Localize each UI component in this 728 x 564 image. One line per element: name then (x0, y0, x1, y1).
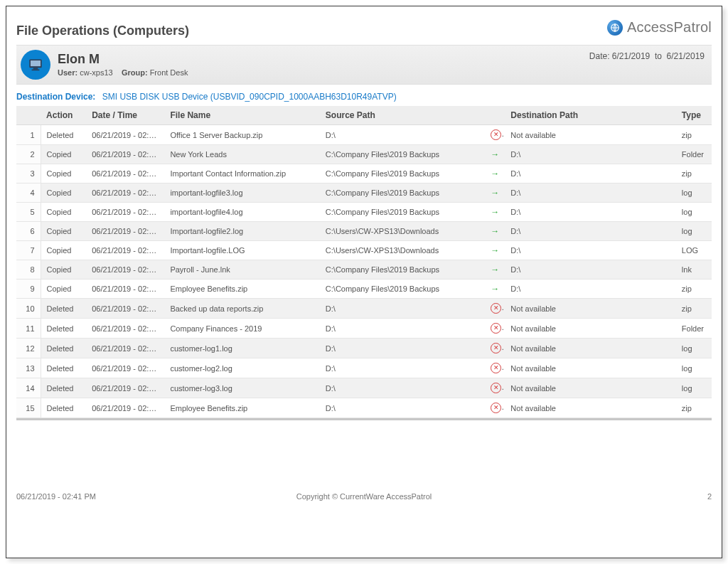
cell-filename: customer-log2.log (164, 358, 319, 378)
table-row: 14Deleted06/21/2019 - 02:29 PMcustomer-l… (16, 378, 712, 398)
cell-filename: Employee Benefits.zip (164, 280, 319, 299)
circle-x-icon: ✕ (491, 363, 501, 373)
cell-destination: D:\ (505, 145, 675, 164)
table-row: 9Copied06/21/2019 - 02:30 PMEmployee Ben… (16, 280, 712, 299)
table-row: 7Copied06/21/2019 - 02:33 PMImportant-lo… (16, 241, 712, 260)
cell-action: Deleted (41, 339, 86, 358)
arrow-right-icon: → (491, 265, 499, 275)
table-row: 11Deleted06/21/2019 - 02:29 PMCompany Fi… (16, 319, 712, 339)
cell-source: D:\ (320, 339, 485, 358)
col-rownum (16, 106, 41, 125)
date-to-word: to (655, 51, 662, 61)
cell-status-icon: → (485, 145, 505, 164)
cell-type: zip (676, 125, 712, 145)
cell-datetime: 06/21/2019 - 02:29 PM (86, 398, 164, 418)
arrow-right-icon: → (491, 169, 499, 179)
col-status-icon (485, 106, 505, 125)
cell-status-icon: → (485, 280, 505, 299)
arrow-right-icon: → (491, 226, 499, 236)
brand: AccessPatrol (607, 19, 712, 36)
cell-source: C:\Company Files\2019 Backups (320, 183, 485, 203)
cell-filename: Important-logfile2.log (164, 222, 319, 241)
cell-filename: Payroll - June.lnk (164, 260, 319, 280)
group-label: Group: (122, 68, 148, 77)
cell-source: C:\Users\CW-XPS13\Downloads (320, 222, 485, 241)
row-number: 11 (16, 319, 41, 339)
row-number: 5 (16, 203, 41, 222)
cell-source: C:\Users\CW-XPS13\Downloads (320, 241, 485, 260)
cell-source: D:\ (320, 319, 485, 339)
cell-action: Copied (41, 145, 86, 164)
cell-action: Deleted (41, 125, 86, 145)
cell-action: Deleted (41, 299, 86, 319)
cell-filename: Employee Benefits.zip (164, 398, 319, 418)
row-number: 8 (16, 260, 41, 280)
cell-type: log (676, 203, 712, 222)
arrow-right-icon: → (491, 149, 499, 159)
cell-filename: customer-log3.log (164, 378, 319, 398)
cell-type: log (676, 183, 712, 203)
cell-datetime: 06/21/2019 - 02:29 PM (86, 378, 164, 398)
cell-action: Deleted (41, 319, 86, 339)
table-row: 10Deleted06/21/2019 - 02:29 PMBacked up … (16, 299, 712, 319)
cell-type: LOG (676, 241, 712, 260)
cell-datetime: 06/21/2019 - 02:33 PM (86, 241, 164, 260)
row-number: 13 (16, 358, 41, 378)
footer-copyright: Copyright © CurrentWare AccessPatrol (296, 492, 432, 501)
circle-x-icon: ✕ (491, 343, 501, 353)
table-row: 15Deleted06/21/2019 - 02:29 PMEmployee B… (16, 398, 712, 418)
date-from: 6/21/2019 (612, 51, 650, 61)
report-page: File Operations (Computers) AccessPatrol (6, 6, 722, 558)
table-row: 3Copied06/21/2019 - 02:39 PMImportant Co… (16, 164, 712, 183)
cell-status-icon: ✕ (485, 339, 505, 358)
file-operations-table: Action Date / Time File Name Source Path… (16, 106, 712, 418)
cell-destination: Not available (505, 398, 675, 418)
table-header-row: Action Date / Time File Name Source Path… (16, 106, 712, 125)
header: File Operations (Computers) AccessPatrol (16, 16, 712, 42)
device-value: SMI USB DISK USB Device (USBVID_090CPID_… (102, 92, 397, 102)
cell-destination: D:\ (505, 164, 675, 183)
table-end-rule (16, 418, 712, 420)
computer-icon (21, 50, 50, 80)
row-number: 6 (16, 222, 41, 241)
col-type: Type (676, 106, 712, 125)
cell-status-icon: → (485, 241, 505, 260)
cell-type: lnk (676, 260, 712, 280)
cell-source: C:\Company Files\2019 Backups (320, 280, 485, 299)
cell-destination: D:\ (505, 183, 675, 203)
circle-x-icon: ✕ (491, 323, 501, 334)
svg-rect-2 (31, 60, 41, 66)
cell-type: zip (676, 164, 712, 183)
subject-left: Elon M User: cw-xps13 Group: Front Desk (21, 50, 188, 80)
table-row: 12Deleted06/21/2019 - 02:29 PMcustomer-l… (16, 339, 712, 358)
table-row: 8Copied06/21/2019 - 02:30 PMPayroll - Ju… (16, 260, 712, 280)
arrow-right-icon: → (491, 245, 499, 255)
row-number: 4 (16, 183, 41, 203)
cell-status-icon: → (485, 164, 505, 183)
cell-status-icon: ✕ (485, 358, 505, 378)
cell-filename: New York Leads (164, 145, 319, 164)
table-row: 5Copied06/21/2019 - 02:34 PMimportant-lo… (16, 203, 712, 222)
cell-destination: Not available (505, 299, 675, 319)
table-row: 4Copied06/21/2019 - 02:34 PMimportant-lo… (16, 183, 712, 203)
cell-datetime: 06/21/2019 - 02:34 PM (86, 203, 164, 222)
cell-datetime: 06/21/2019 - 02:29 PM (86, 319, 164, 339)
arrow-right-icon: → (491, 188, 499, 198)
cell-type: zip (676, 398, 712, 418)
col-datetime: Date / Time (86, 106, 164, 125)
date-range: Date: 6/21/2019 to 6/21/2019 (589, 51, 705, 61)
subject-bar: Elon M User: cw-xps13 Group: Front Desk … (16, 45, 712, 85)
user-label: User: (58, 68, 77, 77)
cell-datetime: 06/21/2019 - 02:29 PM (86, 339, 164, 358)
cell-action: Copied (41, 164, 86, 183)
cell-status-icon: → (485, 222, 505, 241)
cell-filename: Backed up data reports.zip (164, 299, 319, 319)
cell-source: C:\Company Files\2019 Backups (320, 145, 485, 164)
cell-status-icon: ✕ (485, 299, 505, 319)
cell-destination: D:\ (505, 203, 675, 222)
table-row: 13Deleted06/21/2019 - 02:29 PMcustomer-l… (16, 358, 712, 378)
cell-source: D:\ (320, 299, 485, 319)
cell-filename: customer-log1.log (164, 339, 319, 358)
row-number: 14 (16, 378, 41, 398)
cell-datetime: 06/21/2019 - 02:30 PM (86, 280, 164, 299)
